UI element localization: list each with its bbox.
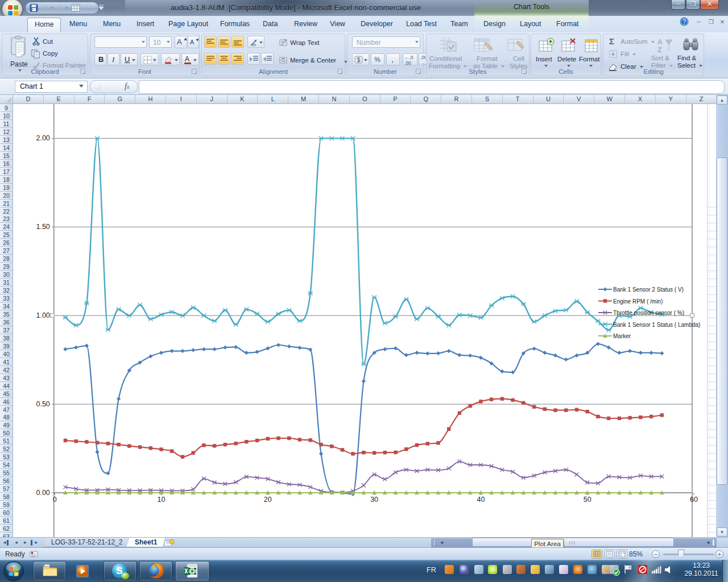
svg-text:60: 60 (690, 496, 698, 504)
svg-text:?: ? (682, 18, 686, 25)
svg-text:1.50: 1.50 (36, 223, 49, 231)
svg-text:ab: ab (251, 42, 256, 47)
svg-text:0: 0 (53, 496, 57, 504)
svg-text:Throttle position sensor ( %): Throttle position sensor ( %) (613, 310, 684, 316)
svg-text:$: $ (357, 57, 361, 63)
svg-text:A: A (657, 38, 663, 46)
svg-text:Marker: Marker (613, 333, 631, 339)
svg-text:40: 40 (477, 496, 485, 504)
svg-text:10: 10 (158, 496, 166, 504)
svg-text:Bank 1 Sensor 1 Status ( Lambd: Bank 1 Sensor 1 Status ( Lambda) (613, 322, 700, 328)
svg-text:0.50: 0.50 (36, 400, 49, 408)
svg-text:1.00: 1.00 (36, 311, 49, 319)
svg-text:Bank 1 Sensor 2 Status ( V): Bank 1 Sensor 2 Status ( V) (613, 286, 684, 293)
svg-text:2.00: 2.00 (36, 134, 49, 142)
svg-text:50: 50 (584, 496, 592, 504)
svg-text:30: 30 (370, 496, 378, 504)
svg-text:Engine RPM ( /min): Engine RPM ( /min) (613, 298, 663, 305)
svg-text:20: 20 (264, 496, 272, 504)
svg-text:0.00: 0.00 (36, 489, 49, 497)
svg-text:Z: Z (657, 46, 661, 53)
